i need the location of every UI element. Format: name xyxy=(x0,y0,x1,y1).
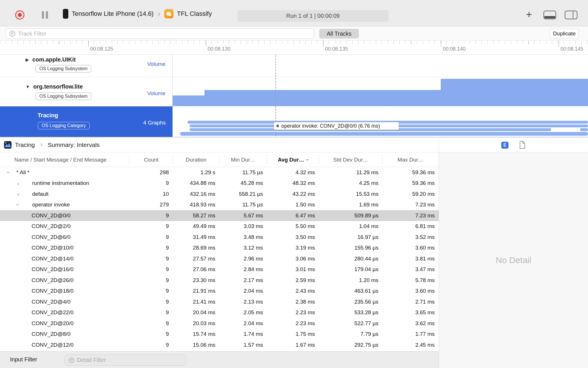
interval-tooltip-text: operator invoke: CONV_2D@0/0 (6.76 ms) xyxy=(281,123,380,129)
record-button[interactable] xyxy=(15,10,24,20)
table-row[interactable]: CONV_2D@26/0923.30 ms2.17 ms2.59 ms1.20 … xyxy=(0,275,439,286)
instruments-window: Tensorflow Lite iPhone (14.6) › TFL Clas… xyxy=(0,0,588,368)
track-lane-tensorflow-volume[interactable] xyxy=(173,77,588,106)
table-row[interactable]: CONV_2D@20/0920.03 ms2.04 ms2.23 ms522.7… xyxy=(0,318,439,329)
row-name: default xyxy=(32,191,49,197)
sort-descending-icon: › xyxy=(304,159,310,161)
filter-icon xyxy=(68,357,75,363)
track-name: org.tensorflow.lite xyxy=(33,83,83,90)
table-row[interactable]: ›* All *2981.29 s11.75 µs4.32 ms11.29 ms… xyxy=(0,167,439,178)
cell-stddev: 1.69 ms xyxy=(319,202,382,208)
table-row[interactable]: ›default10432.16 ms558.21 µs43.22 ms15.5… xyxy=(0,189,439,200)
track-tracing[interactable]: Tracing OS Logging Category 4 Graphs ope… xyxy=(0,106,588,137)
cell-stddev: 292.75 µs xyxy=(319,342,382,348)
toggle-right-pane-button[interactable] xyxy=(565,11,577,19)
cell-count: 9 xyxy=(129,320,173,327)
table-row[interactable]: CONV_2D@4/0921.41 ms2.13 ms2.38 ms235.56… xyxy=(0,296,439,307)
row-name: CONV_2D@22/0 xyxy=(32,309,74,316)
cell-stddev: 7.79 µs xyxy=(319,331,382,337)
document-icon-button[interactable] xyxy=(519,141,525,150)
cell-min: 2.96 ms xyxy=(219,256,267,262)
disclosure-chevron-icon[interactable]: › xyxy=(8,169,16,175)
detail-filter-input[interactable] xyxy=(77,357,186,363)
track-label[interactable]: ▼ org.tensorflow.lite OS Logging Subsyst… xyxy=(0,77,173,106)
track-name: Tracing xyxy=(38,112,58,119)
column-header-max-dur[interactable]: Max Dur… xyxy=(382,152,439,167)
track-filter-field[interactable] xyxy=(6,28,314,39)
column-header-std-dev-dur[interactable]: Std Dev Dur… xyxy=(319,152,382,167)
track-label[interactable]: ▶ com.apple.UIKit OS Logging Subsystem V… xyxy=(0,55,173,77)
cell-max: 5.78 ms xyxy=(382,277,439,283)
table-row[interactable]: CONV_2D@12/0915.06 ms1.57 ms1.67 ms292.7… xyxy=(0,340,439,350)
track-lane-uikit[interactable] xyxy=(173,55,588,77)
cell-min: 3.12 ms xyxy=(219,245,267,251)
table-row[interactable]: CONV_2D@22/0920.04 ms2.05 ms2.23 ms533.2… xyxy=(0,307,439,318)
disclosure-chevron-icon[interactable]: › xyxy=(17,191,32,197)
extended-detail-button[interactable]: E xyxy=(501,142,508,149)
cell-count: 9 xyxy=(129,245,173,251)
table-row[interactable]: CONV_2D@14/0927.57 ms2.96 ms3.06 ms280.4… xyxy=(0,253,439,264)
table-row[interactable]: CONV_2D@8/0915.74 ms1.74 ms1.75 ms7.79 µ… xyxy=(0,329,439,340)
cell-stddev: 235.56 µs xyxy=(319,299,382,305)
table-row[interactable]: CONV_2D@6/0931.49 ms3.48 ms3.50 ms16.97 … xyxy=(0,232,439,243)
row-name: runtime instrumentation xyxy=(32,180,89,186)
cell-min: 2.17 ms xyxy=(219,277,267,283)
column-header-name[interactable]: Name / Start Message / End Message xyxy=(0,152,129,167)
timeline-ruler[interactable]: 00:08.125 00:08.130 00:08.135 00:08.140 … xyxy=(0,41,588,55)
interval-capsule[interactable] xyxy=(180,132,588,136)
add-instrument-button[interactable]: + xyxy=(526,9,532,21)
table-row[interactable]: CONV_2D@2/0949.49 ms3.03 ms5.50 ms1.04 m… xyxy=(0,221,439,232)
track-filter-input[interactable] xyxy=(18,30,314,37)
bottom-pane-fill xyxy=(544,16,555,18)
cell-max: 2.71 ms xyxy=(382,299,439,305)
cell-min: 2.04 ms xyxy=(219,320,267,327)
document-icon xyxy=(519,141,525,149)
cell-avg: 4.32 ms xyxy=(267,169,319,176)
breadcrumb-tracing[interactable]: Tracing xyxy=(15,141,35,148)
table-row[interactable]: ›operator invoke279418.93 ms11.75 µs1.50… xyxy=(0,200,439,210)
cell-count: 9 xyxy=(129,331,173,337)
iphone-device-icon xyxy=(63,9,68,19)
breadcrumb-summary-intervals[interactable]: Summary: Intervals xyxy=(48,141,100,148)
track-label-selected[interactable]: Tracing OS Logging Category 4 Graphs xyxy=(0,106,173,137)
row-name: CONV_2D@14/0 xyxy=(32,256,74,262)
cell-min: 45.28 ms xyxy=(219,180,267,186)
ruler-major-tick xyxy=(206,41,206,47)
track-lane-tracing-intervals[interactable]: operator invoke: CONV_2D@0/0 (6.76 ms) xyxy=(173,106,588,137)
cell-avg: 1.50 ms xyxy=(267,202,319,208)
disclosure-chevron-icon[interactable]: › xyxy=(17,180,32,186)
all-tracks-button[interactable]: All Tracks xyxy=(319,29,359,39)
table-row[interactable]: CONV_2D@10/0928.69 ms3.12 ms3.19 ms155.9… xyxy=(0,243,439,254)
disclosure-triangle-icon[interactable]: ▼ xyxy=(26,84,30,89)
table-row[interactable]: CONV_2D@16/0927.06 ms2.84 ms3.01 ms179.0… xyxy=(0,264,439,275)
target-selector[interactable]: Tensorflow Lite iPhone (14.6) › TFL Clas… xyxy=(63,8,212,20)
cell-avg: 3.01 ms xyxy=(267,266,319,273)
track-com-apple-uikit[interactable]: ▶ com.apple.UIKit OS Logging Subsystem V… xyxy=(0,55,588,77)
column-header-min-dur[interactable]: Min Dur… xyxy=(219,152,267,167)
cell-duration: 58.27 ms xyxy=(173,212,219,219)
track-org-tensorflow-lite[interactable]: ▼ org.tensorflow.lite OS Logging Subsyst… xyxy=(0,77,588,106)
interval-capsule[interactable] xyxy=(580,128,588,131)
column-header-duration[interactable]: Duration xyxy=(173,152,219,167)
track-area: ▶ com.apple.UIKit OS Logging Subsystem V… xyxy=(0,55,588,137)
table-row[interactable]: CONV_2D@0/0958.27 ms5.67 ms6.47 ms509.89… xyxy=(0,210,439,221)
table-row[interactable]: ›runtime instrumentation9434.88 ms45.28 … xyxy=(0,178,439,189)
cell-duration: 15.74 ms xyxy=(173,331,219,337)
cell-count: 298 xyxy=(129,169,173,176)
cell-avg: 2.23 ms xyxy=(267,309,319,316)
pause-button[interactable] xyxy=(42,11,49,19)
detail-filter-field[interactable] xyxy=(65,354,186,366)
row-name: CONV_2D@0/0 xyxy=(32,212,70,219)
column-header-avg-dur[interactable]: Avg Dur… › xyxy=(267,152,319,167)
cell-count: 9 xyxy=(129,180,173,186)
cell-avg: 3.06 ms xyxy=(267,256,319,262)
cell-min: 2.04 ms xyxy=(219,288,267,294)
disclosure-triangle-icon[interactable]: ▶ xyxy=(26,57,29,62)
cell-avg: 43.22 ms xyxy=(267,191,319,197)
column-header-count[interactable]: Count xyxy=(129,152,173,167)
duplicate-button[interactable]: Duplicate xyxy=(550,29,579,39)
cell-max: 59.36 ms xyxy=(382,180,439,186)
toggle-bottom-pane-button[interactable] xyxy=(543,11,556,19)
table-row[interactable]: CONV_2D@18/0921.91 ms2.04 ms2.43 ms463.6… xyxy=(0,286,439,297)
disclosure-chevron-icon[interactable]: › xyxy=(17,202,32,208)
